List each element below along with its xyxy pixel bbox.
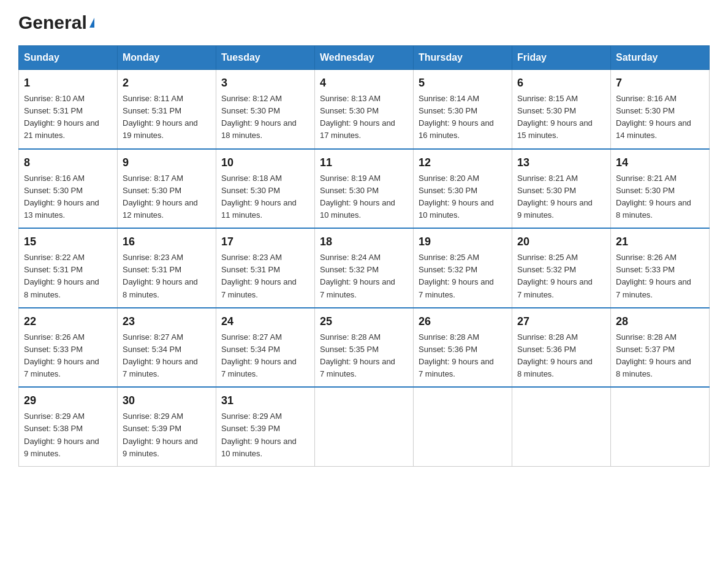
calendar-day-cell	[414, 387, 512, 466]
day-info: Sunrise: 8:16 AMSunset: 5:30 PMDaylight:…	[616, 93, 704, 142]
day-number: 31	[221, 393, 309, 409]
calendar-day-cell: 12Sunrise: 8:20 AMSunset: 5:30 PMDayligh…	[414, 149, 512, 229]
calendar-day-cell: 22Sunrise: 8:26 AMSunset: 5:33 PMDayligh…	[19, 308, 118, 388]
day-info: Sunrise: 8:27 AMSunset: 5:34 PMDaylight:…	[123, 331, 211, 381]
day-info: Sunrise: 8:28 AMSunset: 5:36 PMDaylight:…	[419, 331, 507, 381]
day-number: 29	[24, 393, 112, 409]
calendar-day-cell: 2Sunrise: 8:11 AMSunset: 5:31 PMDaylight…	[118, 70, 216, 149]
calendar-day-cell: 20Sunrise: 8:25 AMSunset: 5:32 PMDayligh…	[512, 228, 611, 308]
day-number: 9	[123, 155, 211, 171]
calendar-day-cell: 27Sunrise: 8:28 AMSunset: 5:36 PMDayligh…	[512, 308, 611, 388]
day-info: Sunrise: 8:24 AMSunset: 5:32 PMDaylight:…	[320, 251, 408, 301]
day-number: 7	[616, 75, 704, 91]
calendar-week-row: 1Sunrise: 8:10 AMSunset: 5:31 PMDaylight…	[19, 70, 710, 149]
weekday-header-wednesday: Wednesday	[315, 46, 414, 70]
day-info: Sunrise: 8:28 AMSunset: 5:37 PMDaylight:…	[616, 331, 704, 381]
calendar-day-cell: 25Sunrise: 8:28 AMSunset: 5:35 PMDayligh…	[315, 308, 414, 388]
day-number: 25	[320, 313, 408, 330]
logo-triangle-icon	[89, 18, 94, 28]
day-number: 10	[221, 155, 309, 171]
day-number: 19	[419, 234, 507, 250]
header: General	[18, 12, 710, 34]
calendar-day-cell	[512, 387, 611, 466]
day-info: Sunrise: 8:23 AMSunset: 5:31 PMDaylight:…	[221, 251, 309, 301]
day-number: 8	[24, 155, 112, 171]
calendar-day-cell: 8Sunrise: 8:16 AMSunset: 5:30 PMDaylight…	[19, 149, 118, 229]
weekday-header-tuesday: Tuesday	[216, 46, 315, 70]
calendar-day-cell: 6Sunrise: 8:15 AMSunset: 5:30 PMDaylight…	[512, 70, 611, 149]
day-number: 13	[517, 155, 605, 171]
day-info: Sunrise: 8:19 AMSunset: 5:30 PMDaylight:…	[320, 172, 408, 222]
weekday-header-thursday: Thursday	[414, 46, 512, 70]
day-info: Sunrise: 8:14 AMSunset: 5:30 PMDaylight:…	[419, 93, 507, 142]
calendar-day-cell: 17Sunrise: 8:23 AMSunset: 5:31 PMDayligh…	[216, 228, 315, 308]
calendar-day-cell: 21Sunrise: 8:26 AMSunset: 5:33 PMDayligh…	[611, 228, 710, 308]
calendar-day-cell: 13Sunrise: 8:21 AMSunset: 5:30 PMDayligh…	[512, 149, 611, 229]
day-info: Sunrise: 8:25 AMSunset: 5:32 PMDaylight:…	[517, 251, 605, 301]
day-info: Sunrise: 8:11 AMSunset: 5:31 PMDaylight:…	[123, 93, 211, 142]
day-number: 23	[123, 313, 211, 330]
day-info: Sunrise: 8:28 AMSunset: 5:35 PMDaylight:…	[320, 331, 408, 381]
day-info: Sunrise: 8:26 AMSunset: 5:33 PMDaylight:…	[616, 251, 704, 301]
day-number: 28	[616, 313, 704, 330]
day-info: Sunrise: 8:29 AMSunset: 5:39 PMDaylight:…	[123, 410, 211, 460]
calendar-week-row: 8Sunrise: 8:16 AMSunset: 5:30 PMDaylight…	[19, 149, 710, 229]
day-number: 5	[419, 75, 507, 91]
weekday-header-saturday: Saturday	[611, 46, 710, 70]
calendar-day-cell	[611, 387, 710, 466]
calendar-day-cell: 30Sunrise: 8:29 AMSunset: 5:39 PMDayligh…	[118, 387, 216, 466]
day-info: Sunrise: 8:29 AMSunset: 5:39 PMDaylight:…	[221, 410, 309, 460]
day-info: Sunrise: 8:21 AMSunset: 5:30 PMDaylight:…	[517, 172, 605, 222]
day-info: Sunrise: 8:25 AMSunset: 5:32 PMDaylight:…	[419, 251, 507, 301]
calendar-day-cell: 18Sunrise: 8:24 AMSunset: 5:32 PMDayligh…	[315, 228, 414, 308]
calendar-table: SundayMondayTuesdayWednesdayThursdayFrid…	[18, 45, 710, 467]
day-info: Sunrise: 8:27 AMSunset: 5:34 PMDaylight:…	[221, 331, 309, 381]
day-info: Sunrise: 8:20 AMSunset: 5:30 PMDaylight:…	[419, 172, 507, 222]
calendar-week-row: 22Sunrise: 8:26 AMSunset: 5:33 PMDayligh…	[19, 308, 710, 388]
calendar-week-row: 29Sunrise: 8:29 AMSunset: 5:38 PMDayligh…	[19, 387, 710, 466]
day-number: 18	[320, 234, 408, 250]
calendar-day-cell: 26Sunrise: 8:28 AMSunset: 5:36 PMDayligh…	[414, 308, 512, 388]
calendar-day-cell: 7Sunrise: 8:16 AMSunset: 5:30 PMDaylight…	[611, 70, 710, 149]
calendar-day-cell: 10Sunrise: 8:18 AMSunset: 5:30 PMDayligh…	[216, 149, 315, 229]
weekday-header-friday: Friday	[512, 46, 611, 70]
calendar-day-cell: 9Sunrise: 8:17 AMSunset: 5:30 PMDaylight…	[118, 149, 216, 229]
day-info: Sunrise: 8:10 AMSunset: 5:31 PMDaylight:…	[24, 93, 112, 142]
day-number: 27	[517, 313, 605, 330]
day-number: 22	[24, 313, 112, 330]
day-number: 17	[221, 234, 309, 250]
day-number: 24	[221, 313, 309, 330]
weekday-header-row: SundayMondayTuesdayWednesdayThursdayFrid…	[19, 46, 710, 70]
day-number: 16	[123, 234, 211, 250]
calendar-week-row: 15Sunrise: 8:22 AMSunset: 5:31 PMDayligh…	[19, 228, 710, 308]
day-number: 1	[24, 75, 112, 91]
day-info: Sunrise: 8:29 AMSunset: 5:38 PMDaylight:…	[24, 410, 112, 460]
day-info: Sunrise: 8:21 AMSunset: 5:30 PMDaylight:…	[616, 172, 704, 222]
day-number: 11	[320, 155, 408, 171]
day-info: Sunrise: 8:15 AMSunset: 5:30 PMDaylight:…	[517, 93, 605, 142]
weekday-header-monday: Monday	[118, 46, 216, 70]
calendar-day-cell: 4Sunrise: 8:13 AMSunset: 5:30 PMDaylight…	[315, 70, 414, 149]
day-number: 26	[419, 313, 507, 330]
calendar-day-cell	[315, 387, 414, 466]
calendar-day-cell: 28Sunrise: 8:28 AMSunset: 5:37 PMDayligh…	[611, 308, 710, 388]
calendar-day-cell: 31Sunrise: 8:29 AMSunset: 5:39 PMDayligh…	[216, 387, 315, 466]
calendar-day-cell: 14Sunrise: 8:21 AMSunset: 5:30 PMDayligh…	[611, 149, 710, 229]
day-number: 4	[320, 75, 408, 91]
day-number: 21	[616, 234, 704, 250]
day-info: Sunrise: 8:17 AMSunset: 5:30 PMDaylight:…	[123, 172, 211, 222]
calendar-day-cell: 29Sunrise: 8:29 AMSunset: 5:38 PMDayligh…	[19, 387, 118, 466]
day-number: 30	[123, 393, 211, 409]
day-info: Sunrise: 8:16 AMSunset: 5:30 PMDaylight:…	[24, 172, 112, 222]
day-info: Sunrise: 8:13 AMSunset: 5:30 PMDaylight:…	[320, 93, 408, 142]
day-info: Sunrise: 8:26 AMSunset: 5:33 PMDaylight:…	[24, 331, 112, 381]
day-number: 14	[616, 155, 704, 171]
day-number: 6	[517, 75, 605, 91]
calendar-day-cell: 24Sunrise: 8:27 AMSunset: 5:34 PMDayligh…	[216, 308, 315, 388]
calendar-day-cell: 1Sunrise: 8:10 AMSunset: 5:31 PMDaylight…	[19, 70, 118, 149]
day-number: 12	[419, 155, 507, 171]
calendar-day-cell: 15Sunrise: 8:22 AMSunset: 5:31 PMDayligh…	[19, 228, 118, 308]
logo: General	[18, 12, 94, 34]
day-info: Sunrise: 8:12 AMSunset: 5:30 PMDaylight:…	[221, 93, 309, 142]
day-number: 20	[517, 234, 605, 250]
